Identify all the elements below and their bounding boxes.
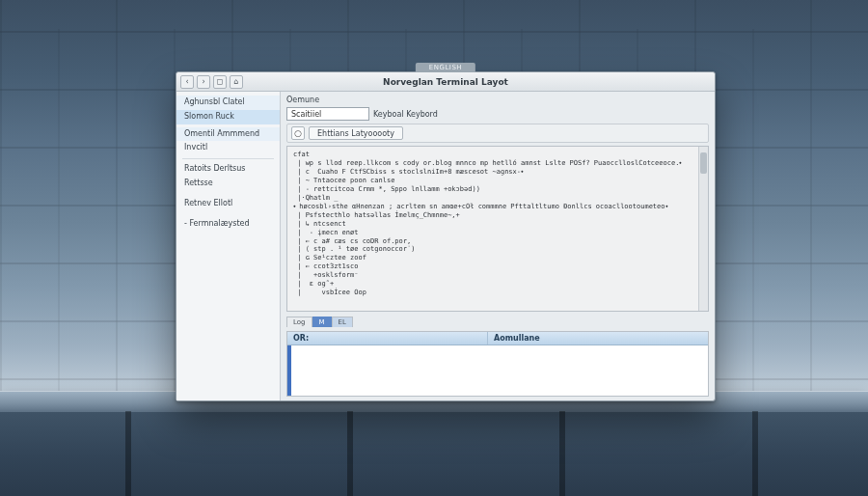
content-toolbar: ○ Ehttians Latyooooty [286,124,709,143]
name-row: Oemune [286,96,709,104]
sidebar-item[interactable]: Retnev Ellotl [176,197,280,211]
browse-button[interactable]: ◻ [213,75,227,89]
chevron-left-icon: ‹ [185,77,188,86]
wall-split [752,411,758,496]
home-icon: ⌂ [233,77,238,86]
col-aomullane[interactable]: Aomullane [488,332,708,344]
wall-split [347,411,353,496]
table-empty-area[interactable] [291,345,708,396]
table-header: OR: Aomullane [287,332,708,345]
tab-e[interactable]: EL [332,317,353,327]
window-tab: ENGLISH [416,63,475,72]
nav-back-button[interactable]: ‹ [180,75,194,89]
sidebar-item[interactable]: Invcitl [176,141,280,155]
sidebar-item[interactable]: Slomon Ruck [176,110,280,124]
code-content: cfat | wp s llod reep.llkcom s cody or.b… [287,147,708,301]
titlebar: ‹ › ◻ ⌂ Norveglan Terminal Layot [176,72,715,92]
search-icon: ○ [294,128,302,138]
name-trail: Keyboal Keybord [373,110,438,119]
tab-log[interactable]: Log [286,317,312,327]
window-body: Aghunsbl Clatel Slomon Ruck Omentil Ammm… [176,92,715,400]
home-button[interactable]: ⌂ [230,75,243,89]
titlebar-controls: ‹ › ◻ ⌂ [180,72,243,91]
table-body [287,345,708,396]
sidebar-item[interactable]: Ratoits Derltsus [176,162,280,177]
layout-button[interactable]: Ehttians Latyooooty [309,126,403,140]
name-input[interactable]: Scaitiiel [286,107,369,121]
chevron-right-icon: › [202,77,204,86]
scrollbar-thumb[interactable] [700,152,707,174]
app-window: ENGLISH ‹ › ◻ ⌂ Norveglan Terminal Layot… [176,71,716,401]
search-button[interactable]: ○ [291,126,305,140]
sidebar-item[interactable]: Omentil Ammmend [176,127,280,142]
main-pane: Oemune Scaitiiel Keyboal Keybord ○ Ehtti… [281,92,715,400]
wall-split [559,411,565,496]
sidebar: Aghunsbl Clatel Slomon Ruck Omentil Ammm… [176,92,281,400]
wall-split [125,411,131,496]
sidebar-item[interactable]: - Fermnalæysted [176,217,280,232]
bottom-tabstrip: Log M EL [286,315,709,328]
tab-m[interactable]: M [312,317,332,327]
bottom-table: OR: Aomullane [286,331,709,397]
nav-forward-button[interactable]: › [197,75,210,89]
editor-scrollbar[interactable] [698,147,708,311]
window-title: Norveglan Terminal Layot [383,77,508,87]
code-editor[interactable]: cfat | wp s llod reep.llkcom s cody or.b… [286,146,709,312]
scene-root: ENGLISH ‹ › ◻ ⌂ Norveglan Terminal Layot… [0,0,868,496]
sidebar-item[interactable]: Rettsse [176,177,280,191]
col-ok[interactable]: OR: [287,332,488,344]
name-input-row: Scaitiiel Keyboal Keybord [286,107,709,121]
name-label: Oemune [286,96,319,104]
sidebar-item[interactable]: Aghunsbl Clatel [176,96,280,110]
file-icon: ◻ [217,77,224,86]
